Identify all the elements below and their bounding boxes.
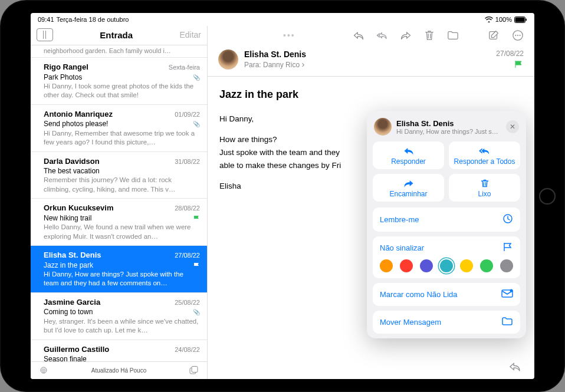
svg-rect-2 — [526, 18, 527, 21]
popover-avatar — [374, 118, 392, 136]
trash-icon[interactable] — [423, 29, 435, 41]
move-folder-icon[interactable] — [447, 29, 459, 41]
item-date: 31/08/22 — [175, 157, 200, 166]
flag-color-dot[interactable] — [440, 259, 453, 272]
message-list[interactable]: neighborhood garden. Each family would i… — [31, 45, 207, 361]
flag-color-dot[interactable] — [400, 259, 413, 272]
item-date: 27/08/22 — [175, 251, 200, 260]
reply-all-label: Responder a Todos — [454, 157, 515, 166]
trash-button[interactable]: Lixo — [449, 174, 520, 202]
flag-color-dot[interactable] — [420, 259, 433, 272]
item-date: Sexta-feira — [169, 63, 200, 72]
mark-unread-button[interactable]: Marcar como Não Lida — [373, 283, 520, 306]
popover-header: Elisha St. Denis Hi Danny, How are thing… — [373, 117, 520, 141]
remind-label: Lembre-me — [380, 215, 419, 224]
status-date: Terça-feira 18 de outubro — [57, 16, 129, 23]
ipad-frame: 09:41 Terça-feira 18 de outubro 100% Ent… — [0, 0, 565, 392]
to-name: Danny Rico — [263, 61, 300, 69]
to-label: Para: — [244, 61, 261, 69]
item-indicators: 📎 — [191, 119, 200, 129]
svg-point-13 — [510, 289, 513, 292]
reply-button[interactable]: Responder — [373, 141, 444, 169]
item-sender: Antonio Manriquez — [44, 109, 113, 120]
compose-icon[interactable] — [488, 29, 500, 41]
from-name[interactable]: Elisha St. Denis — [244, 50, 490, 59]
message-pane: ••• — [208, 26, 534, 379]
message-subject: Jazz in the park — [219, 86, 523, 103]
item-sender: Jasmine Garcia — [44, 297, 100, 308]
flag-color-dot[interactable] — [460, 259, 473, 272]
flag-color-row — [380, 259, 513, 272]
mailboxes-button[interactable] — [37, 28, 53, 41]
more-icon[interactable] — [512, 29, 524, 41]
content-toolbar: ••• — [208, 26, 534, 45]
forward-label: Encaminhar — [389, 190, 427, 198]
flag-color-dot[interactable] — [500, 259, 513, 272]
move-message-button[interactable]: Mover Mensagem — [373, 311, 520, 334]
flag-section: Não sinalizar — [373, 236, 520, 278]
drag-handle-icon[interactable]: ••• — [283, 31, 295, 40]
message-list-item[interactable]: Rigo RangelSexta-feiraPark Photos📎 Hi Da… — [31, 58, 207, 105]
mail-app: Entrada Editar neighborhood garden. Each… — [31, 26, 534, 379]
item-preview: Hi Danny, Remember that awesome trip we … — [44, 129, 200, 147]
battery-percent: 100% — [495, 16, 512, 23]
unflag-button[interactable]: Não sinalizar — [380, 243, 424, 252]
item-sender: Rigo Rangel — [44, 62, 88, 73]
filter-icon[interactable] — [39, 367, 48, 375]
item-subject: Season finale — [44, 354, 87, 361]
svg-point-8 — [515, 35, 516, 36]
close-icon[interactable]: ✕ — [506, 120, 519, 133]
sidebar-header: Entrada Editar — [31, 26, 207, 45]
flag-color-dot[interactable] — [480, 259, 493, 272]
remind-me-button[interactable]: Lembre-me — [373, 207, 520, 232]
flag-color-dot[interactable] — [380, 259, 393, 272]
forward-icon[interactable] — [400, 29, 412, 41]
status-time: 09:41 — [38, 16, 54, 23]
chevron-right-icon: › — [301, 59, 304, 69]
message-list-item[interactable]: Orkun Kucuksevim28/08/22New hiking trail… — [31, 199, 207, 246]
item-date: 25/08/22 — [175, 298, 200, 307]
reply-shortcut-icon[interactable] — [508, 361, 521, 374]
message-list-item[interactable]: Darla Davidson31/08/22The best vacation … — [31, 152, 207, 199]
message-list-item[interactable]: Jasmine Garcia25/08/22Coming to town📎 He… — [31, 293, 207, 340]
sync-status: Atualizado Há Pouco — [91, 367, 146, 374]
envelope-icon — [501, 289, 513, 300]
svg-point-9 — [517, 35, 518, 36]
item-sender: Orkun Kucuksevim — [44, 203, 114, 213]
reply-all-button[interactable]: Responder a Todos — [449, 141, 520, 169]
inbox-sidebar: Entrada Editar neighborhood garden. Each… — [31, 26, 208, 379]
item-subject: New hiking trail — [44, 213, 91, 223]
item-subject: Park Photos — [44, 73, 82, 82]
item-indicators — [193, 261, 200, 270]
mark-unread-label: Marcar como Não Lida — [380, 290, 458, 299]
item-sender: Darla Davidson — [44, 156, 100, 167]
item-preview: Hey, stranger. It's been a while since w… — [44, 317, 200, 335]
item-preview: Hi Danny, I took some great photos of th… — [44, 82, 200, 100]
item-preview: Hi Danny, How are things? Just spoke wit… — [44, 270, 200, 288]
truncated-prev-item[interactable]: neighborhood garden. Each family would i… — [31, 45, 207, 58]
home-button[interactable] — [539, 188, 556, 205]
to-line[interactable]: Para: Danny Rico › — [244, 59, 490, 69]
item-subject: Jazz in the park — [44, 261, 93, 270]
compose-multi-icon[interactable] — [189, 366, 199, 375]
message-list-item[interactable]: Elisha St. Denis27/08/22Jazz in the park… — [31, 246, 207, 293]
folder-icon — [501, 317, 513, 328]
sender-avatar[interactable] — [218, 50, 238, 70]
reply-icon[interactable] — [353, 29, 364, 41]
svg-rect-1 — [515, 17, 525, 22]
message-list-item[interactable]: Guillermo Castillo24/08/22Season finale … — [31, 340, 207, 361]
item-subject: Send photos please! — [44, 119, 108, 129]
item-subject: Coming to town — [44, 307, 93, 317]
popover-preview: Hi Danny, How are things? Just spoke… — [396, 128, 501, 135]
item-indicators: 📎 — [191, 73, 200, 82]
svg-point-10 — [520, 35, 521, 36]
item-date: 24/08/22 — [175, 345, 200, 354]
edit-button[interactable]: Editar — [179, 30, 201, 39]
reply-all-icon[interactable] — [376, 29, 388, 41]
status-bar: 09:41 Terça-feira 18 de outubro 100% — [31, 13, 534, 26]
flag-icon[interactable] — [496, 60, 524, 70]
forward-button[interactable]: Encaminhar — [373, 174, 444, 202]
item-indicators: 📎 — [191, 307, 200, 317]
item-preview: Hello Danny, We found a new trail when w… — [44, 223, 200, 241]
message-list-item[interactable]: Antonio Manriquez01/09/22Send photos ple… — [31, 105, 207, 152]
